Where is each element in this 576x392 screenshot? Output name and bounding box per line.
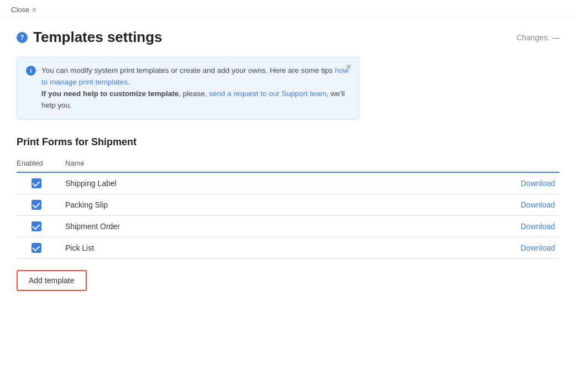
support-link[interactable]: send a request to our Support team <box>209 89 326 98</box>
main-content: ? Templates settings Changes: — i You ca… <box>0 18 576 308</box>
info-box-inner: i You can modify system print templates … <box>26 65 350 112</box>
page-header: ? Templates settings Changes: — <box>17 29 559 46</box>
info-bold-text: If you need help to customize template <box>41 89 179 98</box>
close-label: Close <box>11 6 29 14</box>
checkbox-cell <box>17 172 61 194</box>
col-name: Name <box>61 156 357 172</box>
info-text: You can modify system print templates or… <box>41 65 350 112</box>
download-cell: Download <box>357 237 559 258</box>
info-text-1: You can modify system print templates or… <box>41 66 335 75</box>
col-download-spacer <box>357 156 559 172</box>
template-name-label: Packing Slip <box>65 200 108 209</box>
page-title-wrap: ? Templates settings <box>17 29 163 46</box>
add-template-button[interactable]: Add template <box>17 270 87 291</box>
template-table: Enabled Name Shipping LabelDownloadPacki… <box>17 156 559 259</box>
checkbox-cell <box>17 215 61 237</box>
download-link[interactable]: Download <box>521 200 555 209</box>
info-circle-icon: i <box>26 66 36 76</box>
download-cell: Download <box>357 172 559 194</box>
download-cell: Download <box>357 215 559 237</box>
section-title: Print Forms for Shipment <box>17 136 559 148</box>
top-bar: Close ✕ <box>0 0 576 18</box>
close-icon: ✕ <box>32 6 37 14</box>
info-text-3: , please, <box>179 89 209 98</box>
download-cell: Download <box>357 194 559 215</box>
print-forms-section: Print Forms for Shipment Enabled Name Sh… <box>17 136 559 291</box>
download-link[interactable]: Download <box>521 179 555 188</box>
help-icon[interactable]: ? <box>17 32 28 43</box>
table-row: Pick ListDownload <box>17 237 559 258</box>
template-name-label: Pick List <box>65 243 94 252</box>
template-name-cell: Shipment Order <box>61 215 357 237</box>
info-box: i You can modify system print templates … <box>17 57 359 120</box>
template-name-cell: Pick List <box>61 237 357 258</box>
checkbox-checked-icon[interactable] <box>32 200 41 210</box>
info-text-2: . <box>128 78 130 86</box>
template-name-cell: Packing Slip <box>61 194 357 215</box>
changes-label: Changes: — <box>516 33 559 42</box>
close-link[interactable]: Close ✕ <box>11 6 37 14</box>
download-link[interactable]: Download <box>521 222 555 231</box>
template-name-cell: Shipping Label <box>61 172 357 194</box>
checkbox-checked-icon[interactable] <box>32 178 41 188</box>
template-name-label: Shipment Order <box>65 222 120 231</box>
table-row: Shipping LabelDownload <box>17 172 559 194</box>
page-title: Templates settings <box>33 29 163 46</box>
checkbox-checked-icon[interactable] <box>32 243 41 253</box>
download-link[interactable]: Download <box>521 243 555 252</box>
table-row: Shipment OrderDownload <box>17 215 559 237</box>
template-name-label: Shipping Label <box>65 179 117 188</box>
checkbox-checked-icon[interactable] <box>32 221 41 231</box>
table-header-row: Enabled Name <box>17 156 559 172</box>
checkbox-cell <box>17 237 61 258</box>
table-row: Packing SlipDownload <box>17 194 559 215</box>
info-close-button[interactable]: ✕ <box>345 63 352 71</box>
col-enabled: Enabled <box>17 156 61 172</box>
checkbox-cell <box>17 194 61 215</box>
